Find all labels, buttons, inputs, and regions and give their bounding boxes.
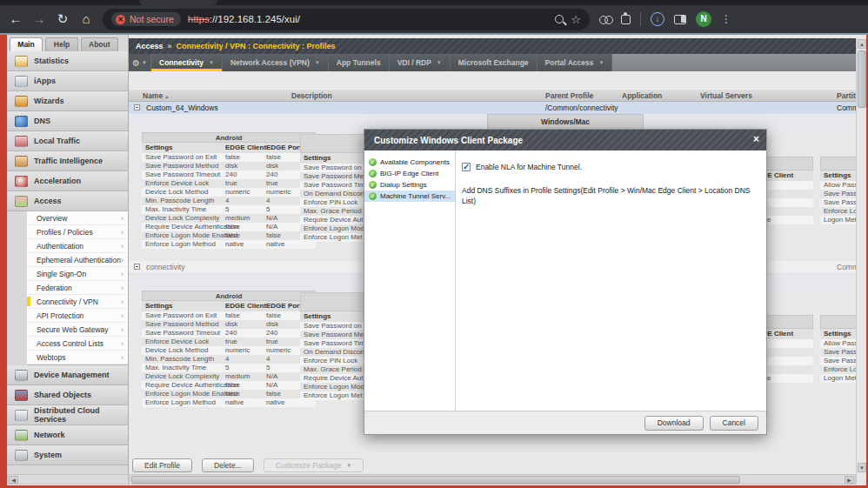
sidebar-item-iapps[interactable]: iApps bbox=[7, 71, 128, 91]
sidebar-item-single-sign-on[interactable]: Single Sign-On› bbox=[27, 267, 128, 281]
tab-app-tunnels[interactable]: App Tunnels bbox=[329, 54, 390, 71]
sidebar-item-webtops[interactable]: Webtops› bbox=[27, 351, 128, 364]
scroll-up-icon[interactable]: ▲ bbox=[858, 39, 866, 49]
table-caption: Android bbox=[142, 132, 316, 143]
sidebar-item-system[interactable]: System bbox=[7, 445, 128, 465]
sidebar-item-dns[interactable]: DNS bbox=[7, 111, 128, 131]
sidebar-item-distributed-cloud-services[interactable]: Distributed Cloud Services bbox=[7, 405, 128, 425]
content-hscrollbar[interactable]: ▶ bbox=[129, 474, 856, 485]
sidebar-hscrollbar[interactable]: ◀ bbox=[7, 474, 129, 485]
submenu-item-label: Overview bbox=[37, 214, 67, 223]
sidebar-item-wizards[interactable]: Wizards bbox=[7, 91, 128, 111]
address-bar[interactable]: ✕ Not secure https://192.168.1.245/xui/ … bbox=[103, 9, 590, 30]
tab-network-access-vpn[interactable]: Network Access (VPN)▼ bbox=[223, 54, 329, 71]
browser-menu-icon[interactable]: ⋮ bbox=[721, 13, 731, 25]
collapse-icon[interactable] bbox=[134, 264, 140, 270]
cell-partition: Common bbox=[837, 103, 856, 113]
tree-item-dialup-settings[interactable]: ✓Dialup Settings bbox=[364, 179, 455, 191]
search-icon[interactable] bbox=[555, 15, 564, 23]
sidebar-item-api-protection[interactable]: API Protection› bbox=[27, 309, 128, 323]
tab-microsoft-exchange[interactable]: Microsoft Exchange bbox=[451, 54, 537, 71]
sidebar-item-ephemeral-authentication[interactable]: Ephemeral Authentication› bbox=[27, 253, 128, 267]
button-edit-profile[interactable]: Edit Profile bbox=[132, 458, 192, 472]
sidebar-item-secure-web-gateway[interactable]: Secure Web Gateway› bbox=[27, 323, 128, 337]
edge-portal-value: disk bbox=[266, 320, 278, 329]
button-label: Edit Profile bbox=[144, 459, 180, 471]
reload-icon[interactable]: ↻ bbox=[56, 12, 70, 26]
nav-tab-about[interactable]: About bbox=[81, 37, 118, 51]
tab-portal-access[interactable]: Portal Access▼ bbox=[537, 54, 613, 71]
vscroll-thumb[interactable] bbox=[858, 50, 866, 108]
tab-connectivity[interactable]: Connectivity▼ bbox=[151, 54, 223, 71]
scroll-right-icon[interactable]: ▶ bbox=[845, 476, 854, 484]
table-row[interactable]: Custom_64_Windows/Common/connectivityCom… bbox=[129, 102, 856, 114]
column-header-virtual-servers[interactable]: Virtual Servers bbox=[700, 90, 752, 102]
tabbar-gear-button[interactable]: ⚙▼ bbox=[129, 54, 151, 71]
component-check-icon: ✓ bbox=[369, 158, 377, 166]
sidebar-item-traffic-intelligence[interactable]: Traffic Intelligence bbox=[7, 151, 128, 171]
downloads-icon[interactable]: ↓ bbox=[651, 12, 664, 26]
column-header-name[interactable]: Name▴ bbox=[143, 90, 168, 102]
column-header: Settings bbox=[304, 311, 331, 322]
side-panel-icon[interactable] bbox=[674, 15, 686, 24]
submenu-item-label: Webtops bbox=[37, 353, 65, 362]
settings-row: native bbox=[766, 216, 813, 224]
settings-row: Save Password Timeout240240 bbox=[142, 329, 316, 338]
column-header-partition[interactable]: Partition bbox=[837, 90, 856, 102]
scroll-down-icon[interactable]: ▼ bbox=[858, 463, 866, 472]
nav-tab-help[interactable]: Help bbox=[45, 37, 78, 51]
sidebar-item-shared-objects[interactable]: Shared Objects bbox=[7, 385, 128, 405]
sidebar-item-network[interactable]: Network bbox=[7, 425, 128, 445]
bookmark-star-icon[interactable]: ☆ bbox=[571, 13, 581, 26]
settings-row: Logon Metho bbox=[820, 216, 856, 224]
windows-settings-table-clipped: SettingsAllow PasswoSave PasswoSave Pass… bbox=[820, 157, 856, 226]
column-header-application[interactable]: Application bbox=[622, 90, 662, 102]
tree-item-machine-tunnel-serv[interactable]: ✓Machine Tunnel Serv... bbox=[364, 191, 455, 202]
sidebar-item-label: Acceleration bbox=[34, 177, 81, 185]
tree-item-available-components[interactable]: ✓Available Components bbox=[364, 157, 455, 168]
extensions-icon[interactable] bbox=[621, 15, 631, 24]
settings-row: Require Device AuthenticationfalseN/A bbox=[142, 223, 316, 231]
nla-checkbox-row: ✓ Enable NLA for Machine Tunnel. bbox=[462, 163, 582, 171]
content-vscrollbar[interactable]: ▲ ▼ bbox=[856, 38, 866, 485]
setting-name: Logon Metho bbox=[824, 374, 856, 383]
sidebar-item-profiles-policies[interactable]: Profiles / Policies› bbox=[27, 225, 128, 239]
tab-vdi-rdp[interactable]: VDI / RDP▼ bbox=[390, 54, 451, 71]
forward-icon[interactable]: → bbox=[32, 12, 46, 26]
settings-row: Device Lock ComplexitymediumN/A bbox=[142, 214, 316, 223]
edge-portal-value: true bbox=[266, 179, 278, 188]
download-button[interactable]: Download bbox=[644, 416, 704, 431]
password-manager-icon[interactable] bbox=[599, 16, 611, 23]
nla-checkbox[interactable]: ✓ bbox=[462, 163, 471, 171]
nav-tab-main[interactable]: Main bbox=[10, 37, 43, 51]
sidebar-item-statistics[interactable]: Statistics bbox=[7, 51, 128, 71]
sidebar-item-overview[interactable]: Overview› bbox=[27, 211, 128, 225]
home-icon[interactable]: ⌂ bbox=[79, 12, 93, 26]
cancel-button[interactable]: Cancel bbox=[710, 416, 758, 431]
sidebar-item-authentication[interactable]: Authentication› bbox=[27, 239, 128, 253]
hscroll-thumb[interactable] bbox=[131, 476, 740, 484]
collapse-icon[interactable] bbox=[134, 104, 140, 110]
setting-name: Logon Metho bbox=[824, 216, 856, 224]
sidebar-item-connectivity-vpn[interactable]: Connectivity / VPN› bbox=[27, 295, 128, 309]
breadcrumb-section[interactable]: Access bbox=[136, 42, 164, 50]
column-header-parent-profile[interactable]: Parent Profile bbox=[545, 90, 593, 102]
back-icon[interactable]: ← bbox=[9, 12, 23, 26]
sidebar-item-access[interactable]: Access bbox=[7, 191, 128, 211]
column-header-description[interactable]: Description bbox=[291, 90, 332, 102]
breadcrumb-path[interactable]: Connectivity / VPN : Connectivity : Prof… bbox=[177, 42, 336, 50]
sidebar-item-local-traffic[interactable]: Local Traffic bbox=[7, 131, 128, 151]
edge-client-value: false bbox=[225, 231, 240, 240]
sidebar-item-federation[interactable]: Federation› bbox=[27, 281, 128, 295]
button-delete[interactable]: Delete... bbox=[202, 458, 254, 472]
column-header: EDGE Client bbox=[766, 170, 793, 181]
profile-avatar[interactable]: N bbox=[696, 11, 711, 27]
sidebar-item-acceleration[interactable]: Acceleration bbox=[7, 171, 128, 191]
close-icon[interactable]: × bbox=[753, 133, 759, 145]
dialog-titlebar[interactable]: Customize Windows Client Package × bbox=[364, 130, 766, 150]
tree-item-big-ip-edge-client[interactable]: ✓BIG-IP Edge Client bbox=[364, 168, 455, 179]
sidebar-item-device-management[interactable]: Device Management bbox=[7, 365, 128, 385]
not-secure-badge[interactable]: ✕ Not secure bbox=[111, 12, 181, 26]
sidebar-item-access-control-lists[interactable]: Access Control Lists› bbox=[27, 337, 128, 351]
scroll-left-icon[interactable]: ◀ bbox=[9, 476, 18, 484]
